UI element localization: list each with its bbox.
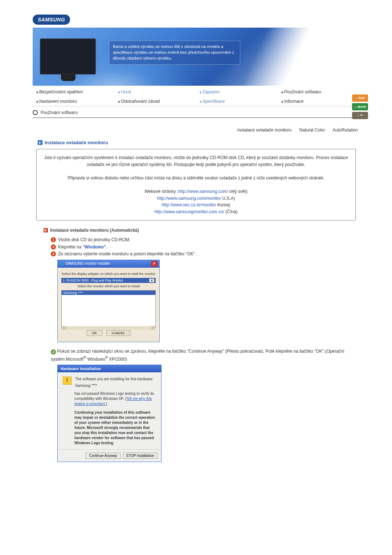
top-button[interactable]: ↑TOP	[352, 94, 368, 102]
samsung-logo: SAMSUNG	[33, 15, 70, 25]
continue-anyway-button[interactable]: Continue Anyway	[86, 453, 120, 459]
link-windows[interactable]: "Windows"	[82, 244, 106, 250]
adapter-select[interactable]: 1. RADEON 9550 : Plug and Play Monitor▾	[61, 278, 156, 283]
ok-button[interactable]: OK	[87, 330, 102, 336]
cancel-button[interactable]: CANCEL	[106, 330, 131, 336]
main-button[interactable]: ⌂MAIN	[352, 103, 368, 110]
hw-warning-bold: Continuing your installation of this sof…	[74, 410, 156, 446]
link-samsung-cn[interactable]: http://www.samsungmonitor.com.cn/	[155, 209, 224, 214]
nav-safety[interactable]: Bezpečnostní opatření	[33, 87, 114, 97]
hero-disclaimer: Barva a vzhled výrobku se mohou lišit v …	[109, 41, 240, 65]
info-box: Jste-li vyzváni operačním systémem k ins…	[36, 149, 356, 220]
nav-setup[interactable]: Nastavení monitoru	[33, 97, 114, 106]
box-paragraph-2: Připravte si volnou disketu nebo určitou…	[43, 175, 349, 182]
nav-software[interactable]: Používání softwaru	[278, 87, 359, 97]
step-num-1: 1	[51, 237, 56, 242]
bullet-icon	[33, 110, 38, 115]
scroll-left-icon[interactable]: ‹	[62, 326, 66, 330]
link-samsung[interactable]: http://www.samsung.com/	[178, 189, 228, 194]
section-header: Používání softwaru	[33, 110, 359, 118]
list-item[interactable]: Samsung ****	[62, 291, 155, 295]
step-num-4: 4	[51, 349, 56, 355]
link-sec-kr[interactable]: http://www.sec.co.kr/monitor	[162, 202, 216, 207]
nav-connect[interactable]: Zapojení	[196, 87, 278, 97]
dropdown-arrow-icon[interactable]: ▾	[149, 279, 154, 282]
arrow-icon	[38, 140, 42, 145]
sub-tabs: Instalace ovladače monitoru Natural Colo…	[33, 119, 359, 133]
box-paragraph-1: Jste-li vyzváni operačním systémem k ins…	[43, 154, 349, 168]
tab-driver-install[interactable]: Instalace ovladače monitoru	[237, 127, 291, 133]
scroll-right-icon[interactable]: ›	[151, 326, 155, 330]
hw-line-2: Samsung ****	[75, 383, 154, 388]
installer-dialog: SAMSUNG monitor installer × Select the d…	[57, 260, 160, 342]
hero-banner: Barva a vzhled výrobku se mohou lišit v …	[33, 28, 359, 86]
step-3: 3Ze seznamu vyberte model monitoru a pot…	[51, 251, 359, 258]
prompt-adapter: Select the display adapter on which you …	[61, 272, 156, 276]
nav-troubleshoot[interactable]: Odstraňování závad	[114, 97, 196, 106]
main-nav: Bezpečnostní opatření Úvod Zapojení Použ…	[33, 87, 359, 106]
monitor-listbox[interactable]: Samsung **** ‹›	[61, 290, 156, 327]
tab-natural-color[interactable]: Natural Color	[299, 127, 325, 133]
step-num-3: 3	[51, 251, 56, 256]
stop-installation-button[interactable]: STOP Installation	[123, 453, 158, 459]
hw-dialog-title: Hardware Installation	[58, 365, 161, 372]
nav-specs[interactable]: Specifikace	[196, 97, 278, 106]
app-icon	[60, 262, 64, 266]
step-4: 4 Pokud se zobrazí následující okno se z…	[51, 348, 352, 362]
tab-autorotation[interactable]: AutoRotation	[333, 127, 358, 133]
close-icon[interactable]: ×	[151, 261, 157, 267]
nav-info[interactable]: Informace	[278, 97, 359, 106]
heading-install-driver: Instalace ovladače monitoru	[38, 140, 359, 145]
arrow-red-icon	[44, 228, 48, 232]
step-2: 2Klepněte na "Windows".	[51, 244, 359, 251]
prompt-monitor: Select the monitor which you want to ins…	[61, 284, 156, 288]
warning-icon: !	[63, 377, 72, 385]
nav-intro[interactable]: Úvod	[114, 87, 196, 97]
link-samsung-monitor[interactable]: http://www.samsung.com/monitor	[157, 196, 221, 201]
dialog-title: SAMSUNG monitor installer	[60, 262, 110, 266]
step-1: 1Vložte disk CD do jednotky CD-ROM.	[51, 236, 359, 243]
monitor-image	[40, 39, 96, 78]
hw-line-1: The software you are installing for this…	[75, 377, 154, 382]
heading-auto-install: Instalace ovladače monitoru (Automatická…	[44, 228, 359, 233]
hardware-dialog: Hardware Installation ! The software you…	[57, 365, 162, 462]
back-link-button[interactable]: ↑↶	[352, 112, 368, 119]
step-num-2: 2	[51, 244, 56, 250]
web-label: Webové stránky :	[144, 189, 178, 194]
